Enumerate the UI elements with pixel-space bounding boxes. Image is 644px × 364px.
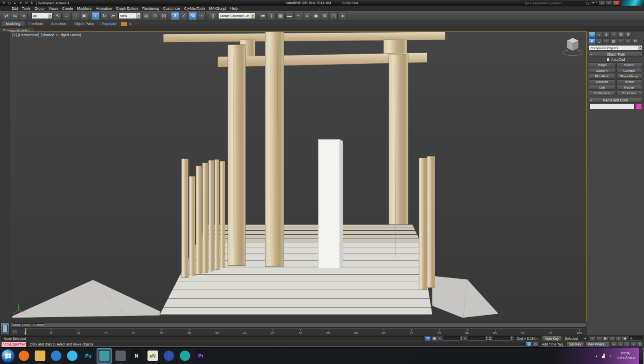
taskbar-premiere[interactable]: Pr — [193, 348, 208, 364]
selection-filter-dropdown[interactable]: All▾ — [31, 13, 52, 19]
tab-populate[interactable]: Populate — [98, 21, 120, 26]
snaps-toggle-3d-icon[interactable]: 3 — [171, 12, 179, 20]
taskbar-explorer[interactable] — [32, 348, 47, 364]
auto-key-button[interactable]: Auto Key — [542, 336, 562, 341]
set-key-mode-icon-icon[interactable]: ◇ — [533, 342, 538, 347]
menu-animation[interactable]: Animation — [94, 6, 114, 11]
shapes-category-icon[interactable]: ◡ — [596, 38, 603, 44]
tray-network-icon[interactable]: ▟ — [601, 354, 606, 358]
taskbar-3dsmax[interactable] — [97, 348, 112, 364]
hierarchy-tab-icon[interactable]: ⋔ — [603, 32, 610, 37]
select-object-icon[interactable]: ↖ — [54, 12, 62, 20]
rendered-frame-window-icon[interactable]: ▢ — [330, 12, 338, 20]
taskbar-xnview[interactable]: xN — [145, 348, 160, 364]
time-configuration-icon[interactable]: ⊙ — [637, 342, 643, 347]
render-production-icon[interactable]: ● — [339, 12, 347, 20]
undo-icon[interactable]: ↺ — [24, 1, 29, 5]
prompt-help-icon-icon[interactable]: ? — [425, 336, 431, 341]
menu-rendering[interactable]: Rendering — [140, 6, 161, 11]
button-conform[interactable]: Conform — [589, 68, 615, 73]
taskbar-cryengine[interactable] — [177, 348, 192, 364]
select-and-link-icon[interactable]: ⇄ — [2, 12, 10, 20]
menu-graph-editors[interactable]: Graph Editors — [114, 6, 140, 11]
z-spinner[interactable] — [510, 337, 513, 340]
use-pivot-point-center-icon[interactable]: ◎ — [142, 12, 150, 20]
ribbon-toggle-icon[interactable]: ▬ — [285, 12, 293, 20]
taskbar-notepad[interactable]: N — [129, 348, 144, 364]
bind-to-space-warp-icon[interactable]: ≈ — [20, 12, 28, 20]
ribbon-config-icon[interactable] — [121, 22, 127, 26]
fence-left[interactable] — [182, 159, 225, 277]
viewport-scene[interactable] — [10, 32, 586, 322]
systems-category-icon[interactable]: ⚙ — [632, 38, 639, 44]
menu-help[interactable]: Help — [228, 6, 240, 11]
display-tab-icon[interactable]: ▥ — [617, 32, 624, 37]
tab-freeform[interactable]: Freeform — [25, 21, 47, 26]
button-blobmesh[interactable]: BlobMesh — [589, 74, 615, 79]
object-color-swatch[interactable] — [636, 104, 642, 109]
select-and-scale-icon[interactable]: ▱ — [109, 12, 117, 20]
cameras-category-icon[interactable]: ▤ — [610, 38, 617, 44]
y-spinner[interactable] — [485, 337, 488, 340]
play-animation-icon[interactable]: ▶ — [603, 336, 609, 341]
layer-manager-icon[interactable]: ▦ — [277, 12, 285, 20]
application-menu-icon[interactable]: ▾ — [1, 1, 6, 5]
close-button[interactable]: × — [613, 1, 620, 5]
helpers-category-icon[interactable]: + — [617, 38, 624, 44]
material-editor-icon[interactable]: ◉ — [312, 12, 320, 20]
track-bar[interactable]: ~ 05101520253035404550556065707580859095… — [0, 327, 587, 335]
object-type-rollout-header[interactable]: − Object Type — [588, 52, 643, 57]
open-mini-curve-editor-icon[interactable]: ~ — [12, 329, 18, 334]
named-selection-sets-dropdown[interactable]: Create Selection Set▾ — [218, 13, 255, 19]
save-file-icon[interactable]: ▾ — [18, 1, 23, 5]
time-slider-track[interactable]: 0 / 100 — [11, 323, 586, 327]
next-frame-icon[interactable]: › — [609, 336, 615, 341]
geometry-category-icon[interactable]: ● — [588, 38, 595, 44]
isolate-selection-icon-icon[interactable]: ◎ — [526, 342, 532, 347]
rectangular-selection-region-icon[interactable]: □ — [71, 12, 79, 20]
selection-lock-icon-icon[interactable]: ▣ — [431, 336, 437, 341]
previous-key-icon[interactable]: « — [611, 342, 617, 347]
mirror-icon[interactable]: ⇌ — [259, 12, 267, 20]
window-crossing-icon[interactable]: ▣ — [80, 12, 88, 20]
menu-crymaxtools[interactable]: CryMaxTools — [182, 6, 207, 11]
percent-snap-icon[interactable]: % — [189, 12, 197, 20]
button-scatter[interactable]: Scatter — [616, 62, 643, 67]
selected-set-dropdown[interactable]: Selected — [563, 336, 588, 341]
taskbar-app-gray[interactable] — [113, 348, 128, 364]
maximize-button[interactable]: □ — [606, 1, 613, 5]
workspace-dropdown[interactable]: Workspace: Default ▾ — [36, 1, 71, 5]
tray-show-hidden-icon[interactable]: ▴ — [594, 354, 599, 358]
key-step-forward-icon[interactable]: › — [624, 342, 630, 347]
tab-selection[interactable]: Selection — [47, 21, 70, 26]
go-to-end-icon[interactable]: » — [615, 336, 621, 341]
button-mesher[interactable]: Mesher — [616, 85, 643, 90]
keyboard-shortcut-override-icon[interactable]: ▤ — [160, 12, 168, 20]
menu-tools[interactable]: Tools — [20, 6, 33, 11]
help-icon[interactable]: ? — [595, 1, 597, 4]
add-time-tag[interactable]: Add Time Tag — [539, 342, 565, 347]
category-dropdown[interactable]: Compound Objects ▾ — [589, 45, 642, 51]
y-coordinate-field[interactable] — [468, 336, 485, 341]
tab-modeling[interactable]: Modeling — [2, 21, 25, 26]
collapse-icon[interactable]: − — [590, 99, 593, 102]
button-proboolean[interactable]: ProBoolean — [589, 91, 615, 95]
key-filters-button[interactable]: Key Filters... — [585, 342, 610, 347]
menu-edit[interactable]: Edit — [10, 6, 20, 11]
collapse-icon[interactable]: − — [590, 53, 593, 56]
motion-tab-icon[interactable]: ◔ — [610, 32, 617, 37]
autogrid-checkbox[interactable] — [607, 58, 610, 61]
select-and-manipulate-icon[interactable]: ⊕ — [151, 12, 159, 20]
button-boolean[interactable]: Boolean — [589, 79, 615, 84]
button-morph[interactable]: Morph — [589, 62, 615, 67]
new-scene-icon[interactable]: ▢ — [7, 1, 12, 5]
z-coordinate-field[interactable] — [493, 336, 510, 341]
name-color-rollout-header[interactable]: − Name and Color — [588, 98, 643, 103]
taskbar-clock[interactable]: 02:26 23/05/2014 — [615, 351, 637, 360]
set-key-button[interactable]: Set Key — [566, 342, 584, 347]
start-button[interactable] — [1, 349, 15, 363]
frame-number-field[interactable] — [629, 336, 643, 341]
tab-object-paint[interactable]: Object Paint — [70, 21, 98, 26]
render-setup-icon[interactable]: ⚙ — [321, 12, 329, 20]
curve-editor-icon[interactable]: ~ — [294, 12, 302, 20]
